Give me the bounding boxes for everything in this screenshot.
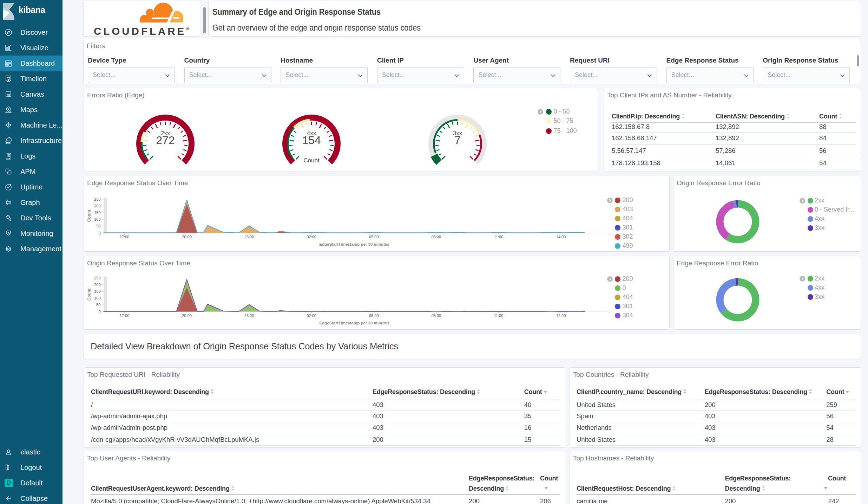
svg-text:7: 7 [454, 134, 461, 147]
svg-text:Count: Count [303, 157, 320, 164]
svg-text:20:00: 20:00 [182, 314, 192, 318]
svg-text:14:00: 14:00 [556, 314, 566, 318]
svg-text:05:00: 05:00 [369, 314, 379, 318]
svg-text:50: 50 [96, 224, 100, 228]
svg-text:100: 100 [94, 217, 100, 221]
svg-text:0: 0 [98, 310, 100, 314]
svg-text:Count: Count [87, 289, 92, 301]
svg-text:14:00: 14:00 [556, 235, 566, 239]
svg-text:11:00: 11:00 [494, 314, 504, 318]
svg-text:08:00: 08:00 [432, 314, 441, 318]
svg-text:200: 200 [94, 204, 100, 208]
svg-text:02:00: 02:00 [307, 314, 316, 318]
svg-text:17:00: 17:00 [120, 235, 130, 239]
svg-text:02:00: 02:00 [307, 235, 316, 239]
svg-text:154: 154 [302, 134, 321, 147]
svg-text:200: 200 [94, 283, 100, 287]
svg-text:EdgeStartTimestamp per 30 minu: EdgeStartTimestamp per 30 minutes [319, 321, 389, 325]
svg-text:0: 0 [98, 231, 100, 235]
svg-text:17:00: 17:00 [120, 314, 130, 318]
svg-text:23:00: 23:00 [244, 235, 254, 239]
svg-text:150: 150 [94, 289, 100, 293]
svg-text:20:00: 20:00 [182, 235, 192, 239]
svg-text:50: 50 [96, 303, 100, 307]
svg-text:08:00: 08:00 [432, 235, 441, 239]
svg-text:11:00: 11:00 [494, 235, 504, 239]
svg-text:100: 100 [94, 296, 100, 300]
svg-text:Count: Count [87, 210, 92, 222]
svg-text:05:00: 05:00 [369, 235, 379, 239]
svg-text:272: 272 [156, 134, 175, 147]
svg-text:250: 250 [94, 197, 100, 201]
svg-text:23:00: 23:00 [244, 314, 254, 318]
svg-text:EdgeStartTimestamp per 30 minu: EdgeStartTimestamp per 30 minutes [319, 242, 389, 246]
svg-text:250: 250 [94, 276, 100, 280]
svg-text:150: 150 [94, 211, 100, 215]
